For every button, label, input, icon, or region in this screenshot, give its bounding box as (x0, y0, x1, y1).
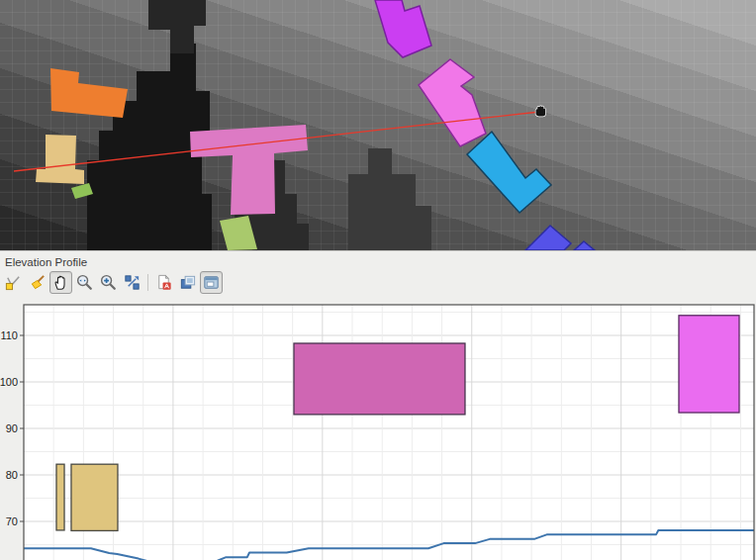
options-button[interactable] (200, 271, 223, 294)
y-tick-label: 70 (6, 515, 18, 527)
panel-title: Elevation Profile (5, 256, 87, 268)
map-canvas[interactable] (0, 0, 756, 250)
nudge-button[interactable] (121, 271, 143, 294)
nudge-arrows-icon (123, 273, 142, 292)
zoom-full-icon (75, 273, 94, 292)
toolbar-separator (147, 274, 148, 291)
pan-button[interactable] (49, 271, 72, 294)
export-pdf-icon (154, 273, 173, 292)
export-image-icon (178, 273, 197, 292)
capture-curve-button[interactable] (2, 271, 25, 294)
y-tick-label: 110 (0, 329, 18, 341)
y-axis: 110100908070 (0, 329, 24, 527)
broom-icon (28, 273, 47, 292)
dialog-icon (202, 273, 221, 292)
hand-icon (51, 273, 70, 292)
building-profile-box (71, 464, 118, 530)
elevation-profile-toolbar (2, 271, 223, 294)
elevation-profile-chart[interactable]: 110100908070 (0, 300, 756, 560)
zoom-in-button[interactable] (97, 271, 120, 294)
zoom-full-button[interactable] (73, 271, 96, 294)
y-tick-label: 100 (0, 376, 18, 388)
building-profile-box (294, 343, 465, 415)
capture-curve-icon (4, 273, 23, 292)
building-profile-box (679, 316, 739, 413)
export-pdf-button[interactable] (152, 271, 175, 294)
zoom-in-icon (99, 273, 118, 292)
clear-button[interactable] (26, 271, 48, 294)
grab-hand-cursor (536, 106, 546, 116)
y-tick-label: 80 (6, 469, 18, 481)
export-image-button[interactable] (176, 271, 199, 294)
building-profile-box (56, 464, 64, 530)
y-tick-label: 90 (6, 422, 18, 434)
qgis-window: Elevation Profile 110100908070 (0, 0, 756, 560)
